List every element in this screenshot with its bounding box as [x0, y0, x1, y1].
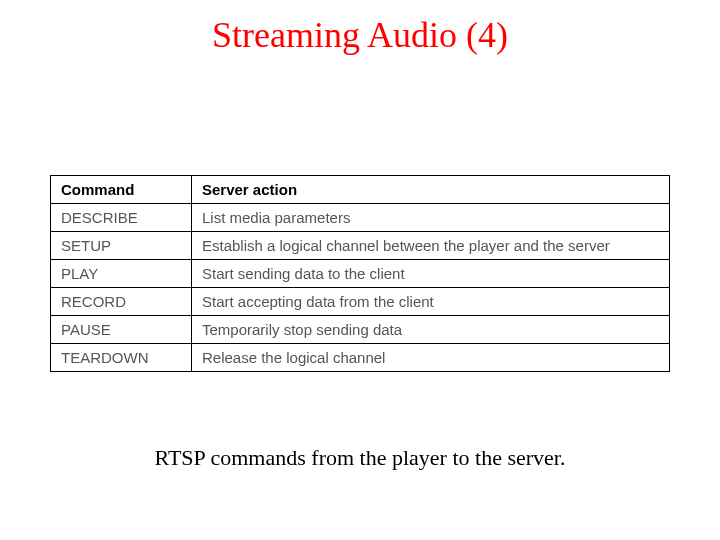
table-row: TEARDOWN Release the logical channel: [51, 344, 670, 372]
rtsp-table: Command Server action DESCRIBE List medi…: [50, 175, 670, 372]
cell-command: PAUSE: [51, 316, 192, 344]
slide-title: Streaming Audio (4): [0, 14, 720, 56]
cell-command: PLAY: [51, 260, 192, 288]
rtsp-table-wrap: Command Server action DESCRIBE List medi…: [50, 175, 670, 372]
cell-action: Start accepting data from the client: [192, 288, 670, 316]
table-row: PLAY Start sending data to the client: [51, 260, 670, 288]
header-command: Command: [51, 176, 192, 204]
cell-command: DESCRIBE: [51, 204, 192, 232]
cell-action: Start sending data to the client: [192, 260, 670, 288]
cell-action: Temporarily stop sending data: [192, 316, 670, 344]
slide: Streaming Audio (4) Command Server actio…: [0, 0, 720, 540]
table-row: RECORD Start accepting data from the cli…: [51, 288, 670, 316]
cell-command: SETUP: [51, 232, 192, 260]
table-row: PAUSE Temporarily stop sending data: [51, 316, 670, 344]
table-header-row: Command Server action: [51, 176, 670, 204]
cell-action: Establish a logical channel between the …: [192, 232, 670, 260]
cell-command: RECORD: [51, 288, 192, 316]
header-action: Server action: [192, 176, 670, 204]
cell-action: List media parameters: [192, 204, 670, 232]
cell-action: Release the logical channel: [192, 344, 670, 372]
table-row: DESCRIBE List media parameters: [51, 204, 670, 232]
table-row: SETUP Establish a logical channel betwee…: [51, 232, 670, 260]
cell-command: TEARDOWN: [51, 344, 192, 372]
slide-caption: RTSP commands from the player to the ser…: [0, 445, 720, 471]
